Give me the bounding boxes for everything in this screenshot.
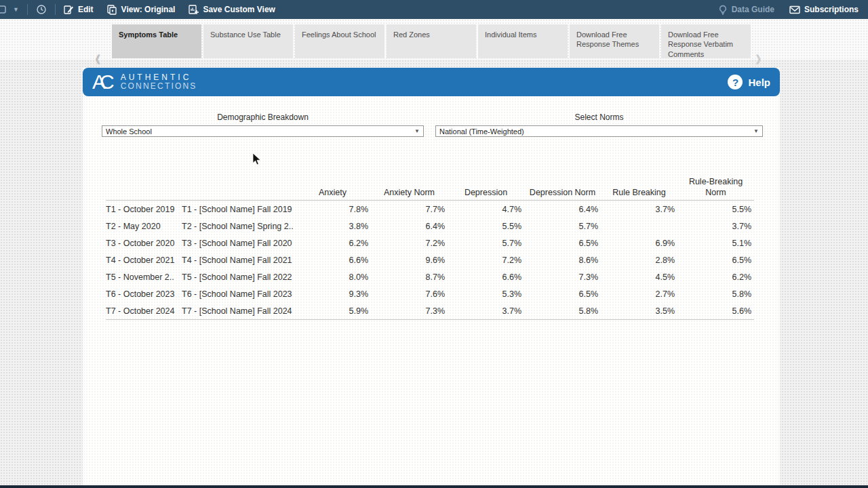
cell-value[interactable]: 9.3% xyxy=(294,285,371,302)
cell-value[interactable]: 8.6% xyxy=(524,251,601,268)
row-label-period[interactable]: T3 - October 2020 xyxy=(106,235,182,251)
row-label-school[interactable]: T1 - [School Name] Fall 2019 xyxy=(182,201,294,218)
norms-dropdown[interactable]: National (Time-Weighted) ▼ xyxy=(435,125,763,137)
cell-value[interactable]: 6.6% xyxy=(448,268,524,285)
cell-value[interactable]: 6.5% xyxy=(524,285,601,302)
chevron-down-icon: ▼ xyxy=(753,128,759,134)
layout-icon[interactable] xyxy=(0,5,6,14)
chevron-down-icon: ▼ xyxy=(414,128,420,134)
cell-value[interactable]: 4.7% xyxy=(448,201,524,218)
clock-icon xyxy=(36,4,47,15)
cell-value[interactable]: 5.1% xyxy=(677,235,754,251)
cell-value[interactable]: 2.7% xyxy=(601,285,677,302)
tab-download-free-response-verbatim-comments[interactable]: Download Free Response Verbatim Comments xyxy=(661,24,751,58)
symptoms-table: AnxietyAnxiety NormDepressionDepression … xyxy=(106,171,754,320)
cell-value[interactable]: 6.4% xyxy=(524,201,601,218)
data-guide-label: Data Guide xyxy=(732,5,774,14)
help-button[interactable]: ? Help xyxy=(728,75,770,89)
cell-value[interactable]: 6.4% xyxy=(371,218,448,235)
cell-value[interactable]: 7.7% xyxy=(371,201,448,218)
cell-value[interactable]: 3.7% xyxy=(448,302,524,319)
demographic-dropdown[interactable]: Whole School ▼ xyxy=(102,125,424,137)
row-label-period[interactable]: T7 - October 2024 xyxy=(106,302,182,319)
row-label-school[interactable]: T6 - [School Name] Fall 2023 xyxy=(182,285,294,302)
cell-value[interactable]: 8.7% xyxy=(371,268,448,285)
cell-value[interactable]: 5.6% xyxy=(677,302,754,319)
cell-value[interactable]: 5.7% xyxy=(448,235,524,251)
tab-substance-use-table[interactable]: Substance Use Table xyxy=(203,24,293,58)
tabs-scroll-right-icon[interactable]: › xyxy=(755,45,762,70)
tab-download-free-response-themes[interactable]: Download Free Response Themes xyxy=(570,24,659,58)
cell-value[interactable]: 6.2% xyxy=(294,235,371,251)
row-label-school[interactable]: T2 - [School Name] Spring 2.. xyxy=(182,218,294,235)
cell-value[interactable]: 6.9% xyxy=(601,235,677,251)
row-label-period[interactable]: T2 - May 2020 xyxy=(106,218,182,235)
row-label-period[interactable]: T5 - November 2.. xyxy=(106,268,182,285)
save-custom-view-button[interactable]: Save Custom View xyxy=(189,5,275,15)
cell-value[interactable]: 7.6% xyxy=(371,285,448,302)
cell-value[interactable] xyxy=(601,218,677,235)
save-custom-view-label: Save Custom View xyxy=(203,5,275,14)
tab-label: Individual Items xyxy=(485,30,536,39)
cell-value[interactable]: 6.5% xyxy=(677,251,754,268)
tab-feelings-about-school[interactable]: Feelings About School xyxy=(295,24,384,58)
table-row: T2 - May 2020T2 - [School Name] Spring 2… xyxy=(106,218,754,235)
cell-value[interactable]: 3.5% xyxy=(601,302,677,319)
table-header-row: AnxietyAnxiety NormDepressionDepression … xyxy=(106,171,754,201)
cell-value[interactable]: 5.5% xyxy=(448,218,524,235)
refresh-history-button[interactable] xyxy=(36,4,47,15)
cell-value[interactable]: 3.8% xyxy=(294,218,371,235)
chevron-down-icon[interactable]: ▼ xyxy=(13,6,19,13)
tab-red-zones[interactable]: Red Zones xyxy=(387,24,476,58)
subscriptions-label: Subscriptions xyxy=(804,5,859,14)
toolbar-divider xyxy=(55,4,56,15)
tab-symptoms-table[interactable]: Symptoms Table xyxy=(112,24,201,58)
cell-value[interactable]: 5.8% xyxy=(524,302,601,319)
cell-value[interactable]: 5.8% xyxy=(677,285,754,302)
cell-value[interactable]: 3.7% xyxy=(677,218,754,235)
cell-value[interactable]: 4.5% xyxy=(601,268,677,285)
table-header-spacer xyxy=(182,171,294,200)
row-label-period[interactable]: T1 - October 2019 xyxy=(106,201,182,218)
table-row: T4 - October 2021T4 - [School Name] Fall… xyxy=(106,251,754,268)
demographic-dropdown-value: Whole School xyxy=(106,127,152,136)
cell-value[interactable]: 7.8% xyxy=(294,201,371,218)
tab-individual-items[interactable]: Individual Items xyxy=(478,24,568,58)
cell-value[interactable]: 7.3% xyxy=(524,268,601,285)
cell-value[interactable]: 3.7% xyxy=(601,201,677,218)
envelope-icon xyxy=(789,5,800,14)
row-label-school[interactable]: T7 - [School Name] Fall 2024 xyxy=(182,302,294,319)
subscriptions-button[interactable]: Subscriptions xyxy=(789,5,859,14)
row-label-school[interactable]: T4 - [School Name] Fall 2021 xyxy=(182,251,294,268)
cell-value[interactable]: 5.9% xyxy=(294,302,371,319)
row-label-school[interactable]: T5 - [School Name] Fall 2022 xyxy=(182,268,294,285)
cell-value[interactable]: 2.8% xyxy=(601,251,677,268)
cell-value[interactable]: 9.6% xyxy=(371,251,448,268)
cell-value[interactable]: 6.6% xyxy=(294,251,371,268)
sheet-tabs: Symptoms TableSubstance Use TableFeeling… xyxy=(112,24,751,58)
cell-value[interactable]: 7.2% xyxy=(448,251,524,268)
column-header-depression-norm: Depression Norm xyxy=(524,171,601,200)
cell-value[interactable]: 5.7% xyxy=(524,218,601,235)
tab-label: Substance Use Table xyxy=(210,30,281,39)
cell-value[interactable]: 7.2% xyxy=(371,235,448,251)
cell-value[interactable]: 5.5% xyxy=(677,201,754,218)
row-label-school[interactable]: T3 - [School Name] Fall 2020 xyxy=(182,235,294,251)
edit-label: Edit xyxy=(78,5,94,14)
cell-value[interactable]: 7.3% xyxy=(371,302,448,319)
row-label-period[interactable]: T6 - October 2023 xyxy=(106,285,182,302)
table-row: T3 - October 2020T3 - [School Name] Fall… xyxy=(106,235,754,251)
row-label-period[interactable]: T4 - October 2021 xyxy=(106,251,182,268)
cell-value[interactable]: 6.5% xyxy=(524,235,601,251)
demographic-filter-label: Demographic Breakdown xyxy=(102,113,424,122)
view-original-button[interactable]: View: Original xyxy=(107,5,176,15)
table-bottom-border xyxy=(106,319,754,320)
brand-wordmark: AUTHENTIC CONNECTIONS xyxy=(118,73,197,90)
tabs-scroll-left-icon[interactable]: ‹ xyxy=(95,45,101,70)
cell-value[interactable]: 6.2% xyxy=(677,268,754,285)
cell-value[interactable]: 8.0% xyxy=(294,268,371,285)
data-guide-button[interactable]: Data Guide xyxy=(718,5,774,15)
edit-button[interactable]: Edit xyxy=(64,5,94,15)
tab-label: Feelings About School xyxy=(302,30,376,39)
cell-value[interactable]: 5.3% xyxy=(448,285,524,302)
